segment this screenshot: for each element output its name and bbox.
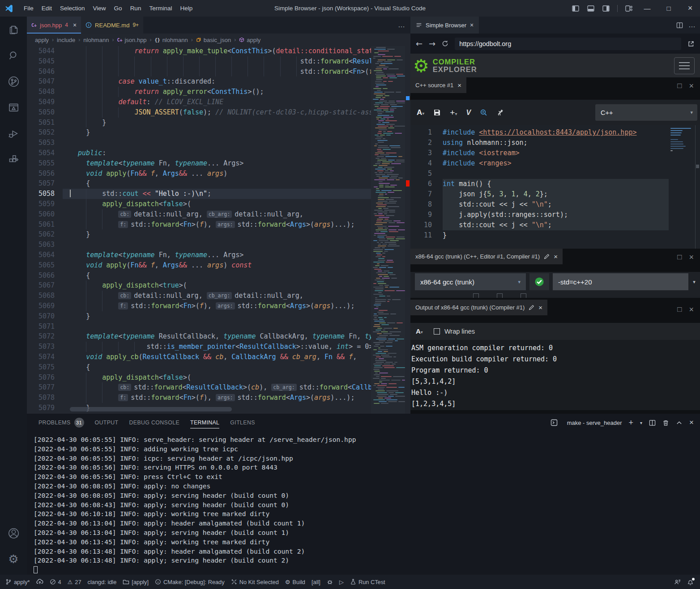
code-line[interactable]: 5056 void apply(Fn&& f, Args&& ... args) (27, 169, 410, 179)
more-actions-icon[interactable]: … (688, 21, 696, 29)
tab-simple-browser[interactable]: Simple Browser × (410, 17, 479, 34)
toggle-secondary-sidebar-icon[interactable] (599, 5, 613, 12)
close-pane-icon[interactable]: × (689, 253, 694, 262)
menu-edit[interactable]: Edit (38, 4, 56, 13)
horizontal-scrollbar[interactable] (70, 407, 232, 411)
close-tab-icon[interactable]: × (470, 21, 474, 29)
maximize-panel-icon[interactable] (676, 420, 683, 426)
panel-tab-gitlens[interactable]: GITLENS (225, 414, 260, 432)
code-line[interactable]: 5074 void apply_cb(ResultCallback && cb,… (27, 352, 410, 362)
close-pane-icon[interactable]: × (538, 304, 542, 311)
code-line[interactable]: 5059 apply_dispatch<false>( (27, 199, 410, 209)
menu-terminal[interactable]: Terminal (145, 4, 176, 13)
code-line[interactable]: 5071 (27, 322, 410, 332)
toggle-panel-icon[interactable] (584, 5, 598, 12)
chevron-down-icon[interactable]: ▾ (688, 279, 700, 285)
status-run-ctest[interactable]: Run CTest (350, 579, 385, 585)
maximize-pane-icon[interactable]: □ (677, 253, 682, 262)
open-external-icon[interactable] (687, 40, 695, 47)
code-line[interactable]: 5068 cb:detail::null_arg, cb_arg:detail:… (27, 291, 410, 301)
tab-readme-md[interactable]: README.md 9+ (81, 17, 143, 34)
ce-code-line[interactable]: 6int main() { (410, 179, 700, 189)
close-tab-icon[interactable]: × (73, 21, 77, 29)
menu-run[interactable]: Run (126, 4, 145, 13)
minimize-button[interactable]: — (637, 0, 657, 17)
status-clangd-idle[interactable]: clangd: idle (88, 579, 117, 585)
breadcrumb-item-nlohmann[interactable]: {}nlohmann (155, 37, 188, 43)
code-line[interactable]: 5063 (27, 240, 410, 250)
wrap-lines-checkbox[interactable] (434, 328, 440, 335)
font-size-icon[interactable]: A▾ (416, 327, 423, 335)
minimap[interactable] (371, 46, 405, 414)
menu-view[interactable]: View (89, 4, 110, 13)
terminal-title[interactable]: make - serve_header (567, 420, 622, 426)
compiler-explorer-logo[interactable]: ⚙ COMPILER EXPLORER (413, 57, 477, 75)
terminal-output[interactable]: [2022-04-30 06:05:55] INFO: serve_header… (27, 432, 700, 576)
code-line[interactable]: 5072 template<typename ResultCallback, t… (27, 331, 410, 342)
code-line[interactable]: 5061 f:std::forward<Fn>(f), args:std::fo… (27, 220, 410, 230)
code-line[interactable]: 5050 JSON_ASSERT(false); // NOLINT(cert-… (27, 107, 410, 118)
save-icon[interactable] (433, 109, 441, 116)
hamburger-menu-icon[interactable] (674, 57, 695, 74)
code-line[interactable]: 5078 f:std::forward<Fn>(f), args:std::fo… (27, 393, 410, 403)
reload-icon[interactable] (442, 40, 448, 47)
close-panel-icon[interactable]: × (689, 418, 694, 427)
status-cloud-upload[interactable] (36, 578, 43, 585)
terminal-dropdown-icon[interactable]: ▾ (640, 420, 642, 425)
code-line[interactable]: 5070 } (27, 311, 410, 322)
breadcrumb-item-basic-json[interactable]: basic_json (196, 37, 231, 43)
code-line[interactable]: 5048 return apply_error<ConstThis>(); (27, 87, 410, 97)
code-line[interactable]: 5052 } (27, 127, 410, 138)
code-line[interactable]: 5046 std::forward<Fn>(f), (27, 67, 410, 77)
font-size-icon[interactable]: A▾ (417, 108, 424, 117)
breadcrumb-item-apply[interactable]: apply (35, 37, 49, 43)
status-apply[interactable]: [apply] (123, 579, 149, 585)
ce-code-line[interactable]: 4#include <ranges> (410, 158, 700, 169)
code-line[interactable]: 5066 { (27, 271, 410, 281)
code-line[interactable]: 5045 std::forward<ResultCallback>(cb), (27, 56, 410, 67)
status-apply[interactable]: apply* (5, 579, 30, 585)
code-line[interactable]: 5060 cb:detail::null_arg, cb_arg:detail:… (27, 209, 410, 220)
close-pane-icon[interactable]: × (554, 253, 558, 260)
code-line[interactable]: 5077 cb:std::forward<ResultCallback>(cb)… (27, 382, 410, 393)
code-line[interactable]: 5062 } (27, 229, 410, 240)
code-line[interactable]: 5057 { (27, 178, 410, 189)
editor-more-actions-icon[interactable]: … (398, 17, 405, 34)
forward-icon[interactable]: → (429, 39, 435, 48)
code-line[interactable]: 5067 apply_dispatch<true>( (27, 280, 410, 291)
ce-code-line[interactable]: 2using nlohmann::json; (410, 138, 700, 148)
tab-json-hpp[interactable]: C+ json.hpp 4 × (27, 17, 81, 34)
code-editor[interactable]: 5044 return apply_make_tuple<ConstThis>(… (27, 46, 410, 414)
status-bug[interactable] (327, 579, 333, 585)
split-terminal-icon[interactable] (649, 420, 656, 426)
code-line[interactable]: 5049 default: // LCOV_EXCL_LINE (27, 97, 410, 107)
code-line[interactable]: 5065 void apply(Fn&& f, Args&& ... args)… (27, 260, 410, 271)
code-line[interactable]: 5075 { (27, 362, 410, 373)
toggle-sidebar-icon[interactable] (569, 5, 582, 12)
breadcrumb-item-include[interactable]: include (57, 37, 75, 43)
extensions-icon[interactable] (0, 146, 27, 172)
ce-code-line[interactable]: 5 (410, 169, 700, 179)
close-pane-icon[interactable]: × (689, 81, 694, 91)
back-icon[interactable]: ← (416, 39, 423, 48)
rename-pane-icon[interactable] (544, 254, 550, 259)
search-icon[interactable] (0, 42, 27, 68)
compiler-options-input[interactable]: -std=c++20 (553, 273, 688, 290)
maximize-button[interactable]: □ (659, 0, 679, 17)
status-bell-dot[interactable] (687, 579, 694, 585)
ce-code-line[interactable]: 9 j.apply(std::ranges::sort); (410, 210, 700, 220)
new-terminal-icon[interactable]: + (629, 418, 634, 428)
run-debug-icon[interactable] (0, 120, 27, 146)
status-cmake-debug-ready[interactable]: CMake: [Debug]: Ready (155, 579, 225, 585)
source-control-icon[interactable] (0, 68, 27, 94)
code-line[interactable]: 5053 (27, 138, 410, 148)
language-select[interactable]: C++ ▾ (595, 104, 697, 121)
status-feedback[interactable] (674, 579, 681, 585)
panel-tab-problems[interactable]: PROBLEMS31 (33, 414, 90, 432)
ce-code-line[interactable]: 3#include <iostream> (410, 148, 700, 158)
code-line[interactable]: 5076 apply_dispatch<false>( (27, 373, 410, 383)
close-pane-icon[interactable]: × (457, 81, 461, 89)
maximize-pane-icon[interactable]: □ (677, 81, 682, 91)
zoom-search-icon[interactable] (480, 109, 487, 116)
rename-pane-icon[interactable] (529, 305, 534, 310)
